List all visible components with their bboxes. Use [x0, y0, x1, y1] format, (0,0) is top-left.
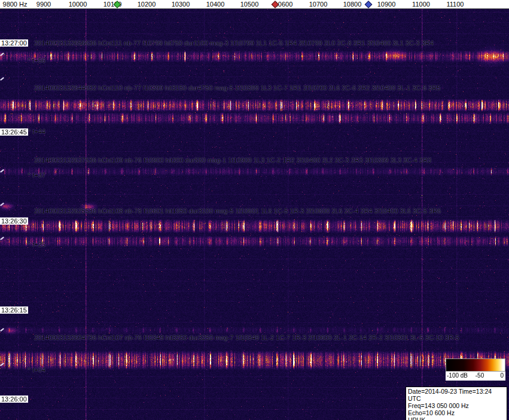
spectrogram-display: 9800 Hz990010000101001020010300104001050…: [0, 0, 509, 420]
db-label-min: -100 dB: [447, 372, 468, 379]
freq-axis-label: 10800: [343, 1, 362, 8]
info-callsign-line: HPHK: [408, 416, 505, 420]
time-offset-marker: ^ t+44: [28, 128, 45, 135]
freq-axis-label: 10700: [309, 1, 328, 8]
time-axis-label: 13:26:45: [0, 128, 28, 136]
time-offset-marker: ^ t+56: [28, 57, 45, 64]
freq-marker-blue-diamond[interactable]: [365, 1, 373, 8]
info-echo-line: Echo=10 600 Hz: [408, 409, 505, 416]
freq-axis-label: 10400: [206, 1, 225, 8]
freq-axis-label: 11100: [447, 1, 464, 8]
time-axis-label: 13:27:00: [0, 39, 28, 47]
time-offset-marker: ^ t+37: [28, 171, 45, 179]
event-annotation: 20140923132637536 hCnt109 nb-76 f10900 h…: [34, 157, 431, 164]
edge-tick: [0, 169, 4, 173]
db-label-max: 0: [500, 372, 504, 379]
edge-tick: [0, 77, 4, 81]
freq-axis-label: 11000: [412, 1, 430, 8]
freq-axis-label: 10200: [138, 1, 156, 8]
event-annotation: 20140923132644932 hCnt110 nb-77 f10399 h…: [34, 84, 440, 91]
edge-tick: [0, 363, 4, 366]
edge-tick: [0, 53, 4, 56]
info-freq-line: Freq=143 050 000 Hz: [408, 402, 505, 409]
freq-axis-label: 10900: [377, 1, 396, 8]
time-offset-marker: ^ t+04: [28, 366, 45, 373]
edge-tick: [0, 328, 4, 332]
time-axis-label: 13:26:00: [0, 396, 28, 403]
overlay-layer: 9800 Hz990010000101001020010300104001050…: [0, 0, 509, 420]
freq-axis-label: 9800 Hz: [3, 1, 28, 8]
info-date-line: Date=2014-09-23 Time=13:24 UTC: [408, 388, 505, 402]
event-annotation: 20140923132604736 hCnt107 nb-76 f10349 h…: [34, 334, 459, 341]
time-axis-label: 13:26:30: [0, 217, 28, 225]
event-annotation: 20140923132656636 hCnt111 nb-77 f10799 h…: [34, 39, 434, 47]
edge-tick: [0, 237, 4, 240]
event-annotation: 20140923132625536 hCnt108 nb-78 f10601 h…: [34, 207, 441, 214]
time-axis-label: 13:26:15: [0, 306, 28, 314]
freq-axis-label: 10500: [240, 1, 259, 8]
db-scale-labels: -100 dB -50 0: [446, 372, 505, 381]
edge-tick: [0, 203, 4, 206]
freq-axis-label: 10300: [172, 1, 190, 8]
db-gradient-bar: [446, 358, 505, 372]
freq-axis-label: 10000: [69, 1, 87, 8]
info-box: Date=2014-09-23 Time=13:24 UTC Freq=143 …: [406, 387, 507, 420]
db-label-mid: -50: [476, 372, 484, 379]
time-offset-marker: ^ t+25: [28, 241, 45, 248]
db-color-scale: -100 dB -50 0: [446, 358, 505, 381]
freq-axis-label: 9900: [36, 1, 51, 8]
